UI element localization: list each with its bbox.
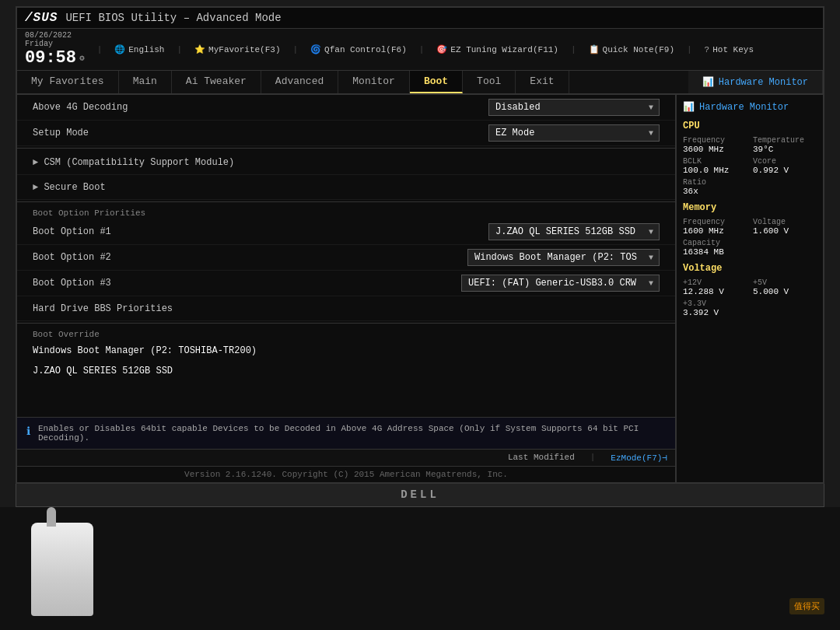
title-bar: /SUS UEFI BIOS Utility – Advanced Mode	[17, 8, 823, 29]
above-4g-label: Above 4G Decoding	[33, 102, 488, 113]
separator-2	[17, 201, 675, 202]
mem-freq-value: 1600 MHz	[683, 226, 747, 236]
boot-override-header: Boot Override	[17, 325, 675, 341]
boot-opt-3-row: Boot Option #3 UEFI: (FAT) Generic-USB3.…	[17, 271, 675, 296]
dell-logo: DELL	[401, 488, 439, 501]
above-4g-dropdown[interactable]: Disabled Enabled	[488, 99, 660, 116]
boot-opt-2-value: Windows Boot Manager (P2: TOS	[467, 249, 660, 266]
tab-boot[interactable]: Boot	[410, 71, 463, 93]
csm-row[interactable]: CSM (Compatibility Support Module)	[17, 150, 675, 175]
info-bar: 08/26/2022 Friday 09:58 ⚙ | 🌐 English | …	[17, 29, 823, 71]
status-bar: Last Modified | EzMode(F7)⊣	[17, 449, 675, 466]
qfan-item[interactable]: 🌀 Qfan Control(F6)	[310, 44, 407, 54]
ez-mode-button[interactable]: EzMode(F7)⊣	[611, 453, 667, 463]
v5-label: +5V	[753, 278, 817, 287]
vcore-value: 0.992 V	[753, 166, 817, 175]
version-bar: Version 2.16.1240. Copyright (C) 2015 Am…	[17, 466, 675, 482]
hw-panel-title: 📊 Hardware Monitor	[683, 101, 817, 113]
datetime-block: 08/26/2022 Friday 09:58 ⚙	[25, 31, 85, 68]
bclk-label: BCLK	[683, 157, 747, 166]
above-4g-value: Disabled Enabled	[488, 99, 660, 116]
setup-mode-row: Setup Mode EZ Mode Advanced Mode	[17, 121, 675, 146]
center-panel: Above 4G Decoding Disabled Enabled	[17, 95, 675, 482]
watermark: 值得买	[789, 598, 824, 614]
secure-boot-row[interactable]: Secure Boot	[17, 175, 675, 200]
spray-bottle	[31, 523, 93, 616]
boot-opt-3-dropdown[interactable]: UEFI: (FAT) Generic-USB3.0 CRW	[461, 275, 660, 292]
ez-tuning-item[interactable]: 🎯 EZ Tuning Wizard(F11)	[436, 44, 558, 54]
monitor-bezel-bottom: DELL	[16, 484, 824, 507]
favorite-icon: ⭐	[194, 44, 205, 54]
boot-opt-1-label: Boot Option #1	[33, 226, 488, 237]
voltage-grid: +12V 12.288 V +5V 5.000 V +3.3V 3.392 V	[683, 278, 817, 317]
settings-area: Above 4G Decoding Disabled Enabled	[17, 95, 675, 417]
cpu-section-title: CPU	[683, 121, 817, 131]
boot-priorities-header: Boot Option Priorities	[17, 204, 675, 219]
separator-3	[17, 323, 675, 324]
boot-opt-1-value: J.ZAO QL SERIES 512GB SSD	[488, 223, 660, 240]
boot-opt-3-value: UEFI: (FAT) Generic-USB3.0 CRW	[461, 275, 660, 292]
mem-voltage-value: 1.600 V	[753, 226, 817, 236]
ratio-value: 36x	[683, 187, 747, 196]
target-icon: 🎯	[436, 44, 447, 54]
boot-opt-3-label: Boot Option #3	[33, 278, 461, 289]
language-item[interactable]: 🌐 English	[114, 44, 164, 54]
v12-label: +12V	[683, 278, 747, 287]
nav-tabs: My Favorites Main Ai Tweaker Advanced Mo…	[17, 71, 823, 95]
tab-ai-tweaker[interactable]: Ai Tweaker	[172, 71, 261, 93]
boot-opt-1-dropdown[interactable]: J.ZAO QL SERIES 512GB SSD	[488, 223, 660, 240]
cpu-temp-value: 39°C	[753, 145, 817, 154]
boot-opt-2-dropdown[interactable]: Windows Boot Manager (P2: TOS	[467, 249, 660, 266]
ratio-label: Ratio	[683, 178, 747, 187]
tab-main[interactable]: Main	[119, 71, 172, 93]
setup-mode-label: Setup Mode	[33, 128, 488, 138]
v33-value: 3.392 V	[683, 308, 817, 317]
boot-opt-2-row: Boot Option #2 Windows Boot Manager (P2:…	[17, 245, 675, 271]
bclk-value: 100.0 MHz	[683, 166, 747, 175]
bios-title: UEFI BIOS Utility – Advanced Mode	[65, 12, 281, 24]
cpu-temp-label: Temperature	[753, 136, 817, 145]
cpu-freq-value: 3600 MHz	[683, 145, 747, 154]
time-display: 09:58	[25, 48, 76, 68]
globe-icon: 🌐	[114, 44, 125, 54]
note-icon: 📋	[589, 44, 600, 54]
hdd-bbs-row[interactable]: Hard Drive BBS Priorities	[17, 296, 675, 321]
boot-opt-1-row: Boot Option #1 J.ZAO QL SERIES 512GB SSD	[17, 219, 675, 245]
v12-value: 12.288 V	[683, 287, 747, 296]
cpu-grid: Frequency 3600 MHz Temperature 39°C BCLK…	[683, 136, 817, 196]
mem-capacity-label: Capacity	[683, 239, 817, 247]
tab-my-favorites[interactable]: My Favorites	[17, 71, 119, 93]
mem-capacity-value: 16384 MB	[683, 247, 817, 257]
my-favorite-item[interactable]: ⭐ MyFavorite(F3)	[194, 44, 280, 54]
tab-hardware-monitor[interactable]: 📊 Hardware Monitor	[688, 71, 823, 93]
info-text: Enables or Disables 64bit capable Device…	[38, 424, 666, 443]
setup-mode-dropdown[interactable]: EZ Mode Advanced Mode	[488, 124, 660, 142]
hot-keys-item[interactable]: ? Hot Keys	[705, 45, 754, 54]
tab-tool[interactable]: Tool	[463, 71, 516, 93]
v33-label: +3.3V	[683, 299, 817, 308]
tab-advanced[interactable]: Advanced	[261, 71, 338, 93]
screen-bottom	[0, 507, 840, 630]
mem-freq-label: Frequency	[683, 218, 747, 226]
jzao-ssd-item[interactable]: J.ZAO QL SERIES 512GB SSD	[17, 361, 675, 381]
tab-exit[interactable]: Exit	[516, 71, 569, 93]
hotkey-icon: ?	[705, 45, 710, 54]
monitor-panel-icon: 📊	[683, 101, 695, 113]
windows-boot-manager-item[interactable]: Windows Boot Manager (P2: TOSHIBA-TR200)	[17, 341, 675, 361]
tab-monitor[interactable]: Monitor	[338, 71, 410, 93]
csm-label: CSM (Compatibility Support Module)	[33, 157, 660, 168]
hw-panel: 📊 Hardware Monitor CPU Frequency 3600 MH…	[675, 95, 823, 482]
voltage-section-title: Voltage	[683, 263, 817, 274]
secure-boot-label: Secure Boot	[33, 182, 660, 193]
last-modified-label: Last Modified	[508, 453, 575, 462]
setup-mode-value: EZ Mode Advanced Mode	[488, 124, 660, 142]
date-display: 08/26/2022 Friday	[25, 31, 85, 48]
mem-voltage-label: Voltage	[753, 218, 817, 226]
hdd-bbs-label: Hard Drive BBS Priorities	[33, 303, 660, 314]
quick-note-item[interactable]: 📋 Quick Note(F9)	[589, 44, 674, 54]
vcore-label: Vcore	[753, 157, 817, 166]
gear-icon[interactable]: ⚙	[79, 53, 85, 63]
separator-1	[17, 148, 675, 149]
monitor-icon: 📊	[702, 76, 714, 88]
info-bottom: ℹ Enables or Disables 64bit capable Devi…	[17, 417, 675, 449]
